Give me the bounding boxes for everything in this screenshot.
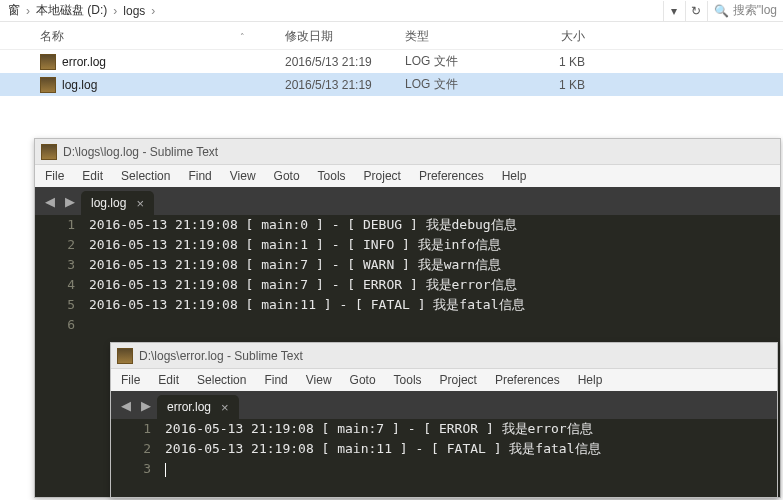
menu-bar: File Edit Selection Find View Goto Tools… (111, 369, 777, 391)
code-line: 2016-05-13 21:19:08 [ main:1 ] - [ INFO … (89, 235, 501, 255)
menu-goto[interactable]: Goto (342, 371, 384, 389)
sublime-app-icon (117, 348, 133, 364)
tab-nav-left-icon[interactable]: ◀ (41, 194, 59, 209)
menu-bar: File Edit Selection Find View Goto Tools… (35, 165, 780, 187)
tab-strip: ◀ ▶ log.log × (35, 187, 780, 215)
file-name: error.log (62, 55, 106, 69)
menu-tools[interactable]: Tools (310, 167, 354, 185)
column-name[interactable]: 名称 ˄ (40, 28, 285, 45)
menu-file[interactable]: File (113, 371, 148, 389)
column-type[interactable]: 类型 (405, 28, 525, 45)
menu-file[interactable]: File (37, 167, 72, 185)
code-line: 2016-05-13 21:19:08 [ main:11 ] - [ FATA… (165, 439, 601, 459)
line-number: 2 (35, 235, 89, 255)
line-number: 5 (35, 295, 89, 315)
menu-help[interactable]: Help (494, 167, 535, 185)
tab-label: error.log (167, 400, 211, 414)
line-number: 2 (111, 439, 165, 459)
code-line: 2016-05-13 21:19:08 [ main:0 ] - [ DEBUG… (89, 215, 517, 235)
text-cursor (165, 463, 166, 477)
address-bar[interactable]: 窗 › 本地磁盘 (D:) › logs › ▾ ↻ 🔍 搜索"log (0, 0, 783, 22)
file-size: 1 KB (525, 55, 585, 69)
line-number: 6 (35, 315, 89, 335)
menu-tools[interactable]: Tools (386, 371, 430, 389)
refresh-button[interactable]: ↻ (685, 1, 707, 21)
sublime-window-errorlog: D:\logs\error.log - Sublime Text File Ed… (110, 342, 778, 498)
window-title: D:\logs\log.log - Sublime Text (63, 145, 218, 159)
menu-project[interactable]: Project (356, 167, 409, 185)
line-number: 1 (35, 215, 89, 235)
code-line: 2016-05-13 21:19:08 [ main:11 ] - [ FATA… (89, 295, 525, 315)
log-file-icon (40, 77, 56, 93)
menu-selection[interactable]: Selection (189, 371, 254, 389)
menu-view[interactable]: View (222, 167, 264, 185)
title-bar[interactable]: D:\logs\error.log - Sublime Text (111, 343, 777, 369)
menu-goto[interactable]: Goto (266, 167, 308, 185)
chevron-right-icon: › (111, 4, 119, 18)
sublime-app-icon (41, 144, 57, 160)
file-type: LOG 文件 (405, 76, 525, 93)
tab-strip: ◀ ▶ error.log × (111, 391, 777, 419)
tab-label: log.log (91, 196, 126, 210)
file-name: log.log (62, 78, 97, 92)
chevron-right-icon: › (149, 4, 157, 18)
tab-errorlog[interactable]: error.log × (157, 395, 239, 419)
sort-ascending-icon: ˄ (240, 32, 245, 42)
menu-project[interactable]: Project (432, 371, 485, 389)
file-row[interactable]: log.log 2016/5/13 21:19 LOG 文件 1 KB (0, 73, 783, 96)
breadcrumb-fragment: 窗 (4, 2, 24, 19)
title-bar[interactable]: D:\logs\log.log - Sublime Text (35, 139, 780, 165)
code-line (165, 459, 166, 479)
menu-view[interactable]: View (298, 371, 340, 389)
close-icon[interactable]: × (221, 400, 229, 415)
search-input[interactable]: 🔍 搜索"log (707, 1, 783, 21)
editor-area[interactable]: 12016-05-13 21:19:08 [ main:7 ] - [ ERRO… (111, 419, 777, 497)
refresh-icon: ↻ (691, 4, 701, 18)
menu-preferences[interactable]: Preferences (487, 371, 568, 389)
code-line: 2016-05-13 21:19:08 [ main:7 ] - [ WARN … (89, 255, 501, 275)
file-row[interactable]: error.log 2016/5/13 21:19 LOG 文件 1 KB (0, 50, 783, 73)
menu-preferences[interactable]: Preferences (411, 167, 492, 185)
code-line: 2016-05-13 21:19:08 [ main:7 ] - [ ERROR… (165, 419, 593, 439)
file-date: 2016/5/13 21:19 (285, 55, 405, 69)
menu-edit[interactable]: Edit (150, 371, 187, 389)
file-size: 1 KB (525, 78, 585, 92)
search-placeholder: 搜索"log (733, 2, 777, 19)
breadcrumb-drive[interactable]: 本地磁盘 (D:) (32, 2, 111, 19)
line-number: 3 (111, 459, 165, 479)
code-line: 2016-05-13 21:19:08 [ main:7 ] - [ ERROR… (89, 275, 517, 295)
menu-selection[interactable]: Selection (113, 167, 178, 185)
tab-nav-right-icon[interactable]: ▶ (137, 398, 155, 413)
close-icon[interactable]: × (136, 196, 144, 211)
menu-find[interactable]: Find (256, 371, 295, 389)
menu-edit[interactable]: Edit (74, 167, 111, 185)
tab-nav-right-icon[interactable]: ▶ (61, 194, 79, 209)
file-type: LOG 文件 (405, 53, 525, 70)
tab-nav-left-icon[interactable]: ◀ (117, 398, 135, 413)
log-file-icon (40, 54, 56, 70)
column-size[interactable]: 大小 (525, 28, 585, 45)
line-number: 4 (35, 275, 89, 295)
column-date[interactable]: 修改日期 (285, 28, 405, 45)
line-number: 3 (35, 255, 89, 275)
tab-loglog[interactable]: log.log × (81, 191, 154, 215)
chevron-down-icon: ▾ (671, 4, 677, 18)
search-icon: 🔍 (714, 4, 729, 18)
breadcrumb-folder[interactable]: logs (119, 4, 149, 18)
window-title: D:\logs\error.log - Sublime Text (139, 349, 303, 363)
menu-find[interactable]: Find (180, 167, 219, 185)
menu-help[interactable]: Help (570, 371, 611, 389)
line-number: 1 (111, 419, 165, 439)
file-explorer: 窗 › 本地磁盘 (D:) › logs › ▾ ↻ 🔍 搜索"log 名称 ˄… (0, 0, 783, 120)
file-date: 2016/5/13 21:19 (285, 78, 405, 92)
chevron-right-icon: › (24, 4, 32, 18)
column-headers: 名称 ˄ 修改日期 类型 大小 (0, 22, 783, 50)
address-dropdown-button[interactable]: ▾ (663, 1, 685, 21)
